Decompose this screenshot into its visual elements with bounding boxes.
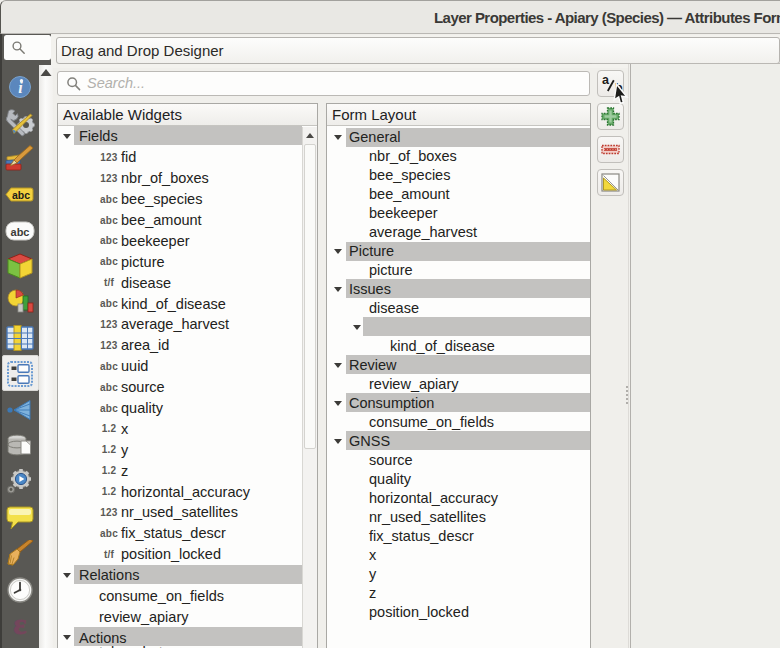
svg-text:abc: abc xyxy=(11,226,30,238)
svg-text:abc: abc xyxy=(12,189,30,201)
svg-text:ε: ε xyxy=(14,613,27,639)
